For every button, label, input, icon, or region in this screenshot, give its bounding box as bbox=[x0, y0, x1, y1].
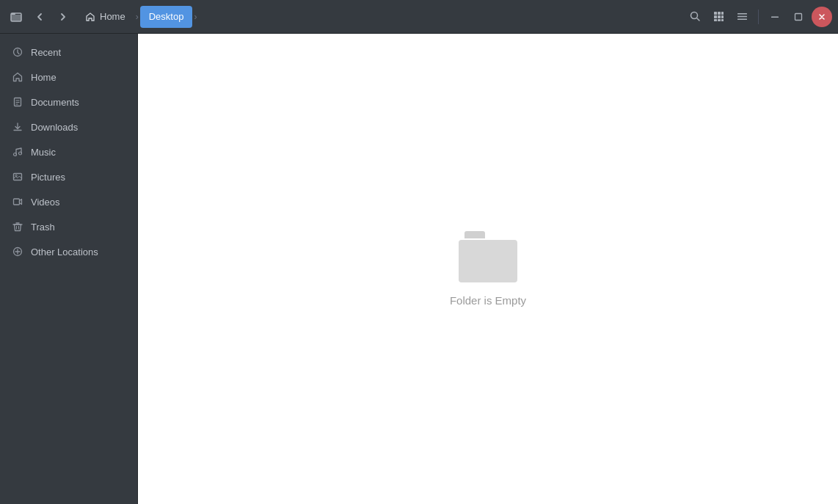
svg-rect-27 bbox=[14, 199, 20, 205]
sidebar-item-music[interactable]: Music bbox=[0, 139, 137, 164]
sidebar-label-pictures: Pictures bbox=[31, 172, 65, 183]
downloads-icon bbox=[12, 121, 23, 133]
videos-icon bbox=[12, 196, 23, 208]
sidebar-item-documents[interactable]: Documents bbox=[0, 90, 137, 114]
breadcrumb-desktop[interactable]: Desktop bbox=[140, 6, 193, 28]
nav-forward-button[interactable] bbox=[53, 7, 73, 27]
breadcrumb: Home › Desktop › bbox=[76, 6, 198, 28]
sidebar-label-videos: Videos bbox=[31, 197, 60, 208]
folder-tab bbox=[464, 231, 485, 238]
grid-view-button[interactable] bbox=[708, 7, 729, 27]
svg-rect-5 bbox=[718, 12, 721, 15]
svg-rect-11 bbox=[718, 19, 721, 21]
sidebar-item-other-locations[interactable]: Other Locations bbox=[0, 239, 137, 264]
svg-rect-13 bbox=[737, 13, 747, 15]
sidebar-label-other-locations: Other Locations bbox=[31, 246, 98, 258]
breadcrumb-home[interactable]: Home bbox=[76, 6, 134, 28]
svg-rect-2 bbox=[11, 15, 21, 21]
titlebar-left: Home › Desktop › bbox=[6, 6, 682, 28]
search-button[interactable] bbox=[685, 7, 705, 27]
titlebar-divider bbox=[758, 10, 759, 24]
sidebar-item-trash[interactable]: Trash bbox=[0, 214, 137, 239]
sidebar-label-downloads: Downloads bbox=[31, 122, 78, 133]
svg-rect-8 bbox=[718, 15, 721, 18]
sidebar-label-music: Music bbox=[31, 147, 56, 158]
pictures-icon bbox=[12, 171, 23, 183]
folder-body bbox=[459, 240, 517, 282]
minimize-button[interactable] bbox=[765, 7, 785, 27]
svg-rect-4 bbox=[714, 12, 717, 15]
sidebar-item-pictures[interactable]: Pictures bbox=[0, 164, 137, 189]
sidebar: Recent Home Documents bbox=[0, 34, 138, 504]
titlebar: Home › Desktop › bbox=[0, 0, 838, 34]
sidebar-item-downloads[interactable]: Downloads bbox=[0, 114, 137, 139]
svg-rect-16 bbox=[771, 16, 779, 18]
breadcrumb-next-sep: › bbox=[192, 12, 198, 22]
menu-button[interactable] bbox=[732, 7, 752, 27]
svg-rect-12 bbox=[721, 19, 724, 21]
svg-rect-7 bbox=[714, 15, 717, 18]
sidebar-item-home[interactable]: Home bbox=[0, 65, 137, 90]
documents-icon bbox=[12, 96, 23, 108]
svg-rect-9 bbox=[721, 15, 724, 18]
svg-rect-6 bbox=[721, 12, 724, 15]
content-area: Folder is Empty bbox=[138, 34, 838, 504]
files-app-icon[interactable] bbox=[6, 7, 26, 27]
sidebar-label-recent: Recent bbox=[31, 47, 61, 58]
titlebar-right bbox=[685, 7, 832, 27]
sidebar-label-home: Home bbox=[31, 72, 57, 83]
empty-folder-illustration bbox=[459, 231, 517, 282]
recent-icon bbox=[12, 46, 23, 58]
svg-rect-14 bbox=[737, 16, 747, 18]
trash-icon bbox=[12, 221, 23, 233]
main-layout: Recent Home Documents bbox=[0, 34, 838, 504]
svg-rect-17 bbox=[795, 13, 802, 20]
sidebar-item-videos[interactable]: Videos bbox=[0, 189, 137, 214]
sidebar-item-recent[interactable]: Recent bbox=[0, 40, 137, 65]
other-locations-icon bbox=[12, 246, 23, 258]
close-button[interactable] bbox=[812, 7, 832, 27]
sidebar-label-documents: Documents bbox=[31, 97, 79, 108]
svg-rect-15 bbox=[737, 19, 747, 21]
music-icon bbox=[12, 146, 23, 158]
svg-point-3 bbox=[691, 12, 697, 19]
empty-folder-label: Folder is Empty bbox=[450, 294, 526, 307]
home-icon bbox=[12, 71, 23, 83]
svg-rect-10 bbox=[714, 19, 717, 21]
sidebar-label-trash: Trash bbox=[31, 222, 55, 233]
breadcrumb-separator: › bbox=[134, 12, 140, 22]
restore-button[interactable] bbox=[788, 7, 809, 27]
nav-back-button[interactable] bbox=[29, 7, 50, 27]
